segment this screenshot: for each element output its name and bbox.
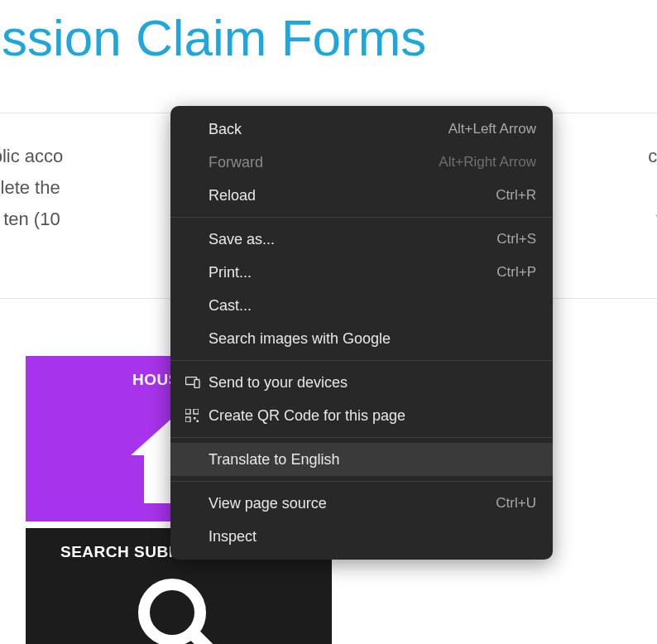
svg-rect-3	[194, 380, 199, 388]
context-menu-item-label: View page source	[209, 495, 496, 512]
text-fragment: lease complete the	[0, 177, 60, 198]
context-menu-item-shortcut: Alt+Left Arrow	[448, 121, 536, 137]
context-menu-item-view-src[interactable]: View page sourceCtrl+U	[170, 487, 553, 520]
context-menu-item-label: Send to your devices	[209, 374, 536, 392]
context-menu-item-search-img[interactable]: Search images with Google	[170, 322, 553, 355]
context-menu-item-shortcut: Ctrl+U	[496, 495, 536, 512]
context-menu-item-shortcut: Ctrl+P	[496, 264, 536, 281]
svg-rect-7	[194, 417, 196, 420]
context-menu-item-reload[interactable]: ReloadCtrl+R	[170, 179, 553, 212]
svg-rect-4	[185, 409, 190, 414]
context-menu-item-save-as[interactable]: Save as...Ctrl+S	[170, 223, 553, 256]
text-fragment: t you within ten (10	[0, 204, 60, 235]
svg-rect-5	[194, 409, 199, 414]
svg-line-1	[194, 634, 218, 644]
context-menu[interactable]: BackAlt+Left ArrowForwardAlt+Right Arrow…	[170, 106, 553, 560]
context-menu-item-forward: ForwardAlt+Right Arrow	[170, 146, 553, 179]
context-menu-separator	[170, 481, 553, 482]
context-menu-item-print[interactable]: Print...Ctrl+P	[170, 256, 553, 289]
context-menu-item-label: Forward	[209, 154, 439, 171]
page-title: mmission Claim Forms	[0, 8, 426, 67]
context-menu-item-label: Reload	[209, 187, 496, 204]
context-menu-item-translate[interactable]: Translate to English	[170, 443, 553, 476]
svg-rect-6	[185, 417, 190, 422]
context-menu-separator	[170, 217, 553, 218]
context-menu-item-back[interactable]: BackAlt+Left Arrow	[170, 113, 553, 146]
context-menu-item-label: Create QR Code for this page	[209, 407, 536, 425]
context-menu-item-label: Save as...	[209, 231, 496, 248]
context-menu-item-label: Back	[209, 121, 448, 138]
context-menu-item-label: Print...	[209, 264, 496, 281]
context-menu-item-inspect[interactable]: Inspect	[170, 520, 553, 553]
context-menu-item-shortcut: Alt+Right Arrow	[439, 154, 536, 171]
devices-icon	[185, 377, 209, 388]
context-menu-item-shortcut: Ctrl+R	[496, 187, 536, 204]
context-menu-item-label: Translate to English	[209, 451, 536, 469]
search-icon	[129, 570, 228, 644]
context-menu-item-qr[interactable]: Create QR Code for this page	[170, 399, 553, 432]
context-menu-separator	[170, 360, 553, 361]
context-menu-item-label: Search images with Google	[209, 330, 536, 348]
text-fragment: cause of you	[648, 141, 657, 172]
context-menu-separator	[170, 437, 553, 438]
svg-rect-8	[197, 421, 199, 423]
context-menu-item-label: Cast...	[209, 297, 536, 315]
text-fragment: sing, or public acco	[0, 141, 63, 172]
context-menu-item-cast[interactable]: Cast...	[170, 289, 553, 322]
qr-icon	[185, 409, 209, 422]
context-menu-item-shortcut: Ctrl+S	[496, 231, 536, 248]
context-menu-item-send-dev[interactable]: Send to your devices	[170, 366, 553, 399]
context-menu-item-label: Inspect	[209, 528, 536, 545]
